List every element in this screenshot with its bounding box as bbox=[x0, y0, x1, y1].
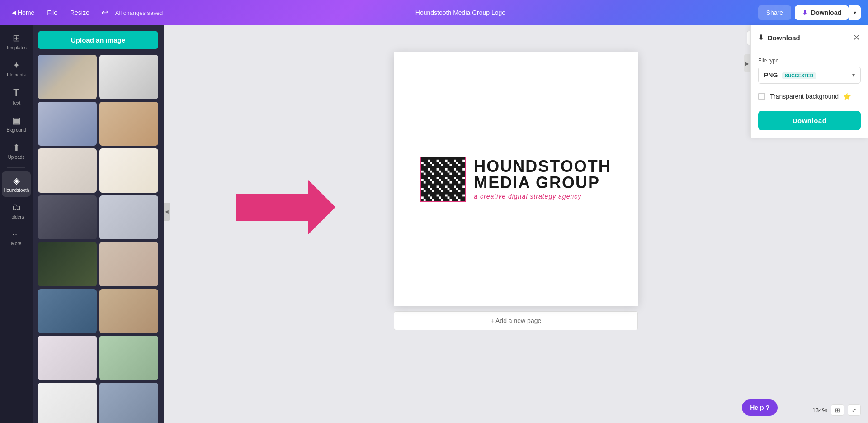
logo-line1: HOUNDSTOOTH bbox=[474, 158, 611, 175]
topbar-right: Share ⬇ Download ▾ bbox=[758, 5, 861, 20]
image-thumbnail-7[interactable] bbox=[38, 195, 97, 240]
file-button[interactable]: File bbox=[42, 6, 62, 19]
sidebar-item-more[interactable]: ··· More bbox=[2, 225, 31, 250]
help-label: Help ? bbox=[750, 404, 769, 411]
upload-button-label: Upload an image bbox=[71, 36, 125, 44]
upload-panel: Upload an image bbox=[33, 25, 164, 423]
templates-icon: ⊞ bbox=[13, 33, 20, 43]
panel-collapse-tab[interactable]: ▶ bbox=[744, 54, 750, 72]
logo-main-text: HOUNDSTOOTH MEDIA GROUP bbox=[474, 158, 611, 191]
download-dropdown-button[interactable]: ▾ bbox=[849, 5, 861, 20]
topbar: ◀ Home File Resize ↩ All changes saved H… bbox=[0, 0, 868, 25]
close-icon: ✕ bbox=[853, 33, 860, 42]
download-button-group: ⬇ Download ▾ bbox=[795, 5, 861, 20]
sidebar-item-houndstooth[interactable]: ◈ Houndstooth bbox=[2, 171, 31, 197]
panel-collapse-handle[interactable]: ◀ bbox=[164, 203, 170, 221]
grid-icon: ⊞ bbox=[835, 407, 840, 413]
decorative-arrow bbox=[236, 180, 335, 236]
sidebar-item-folders[interactable]: 🗂 Folders bbox=[2, 199, 31, 223]
transparent-background-row: Transparent background ⭐ bbox=[758, 91, 861, 102]
download-panel-body: File type PNG SUGGESTED ▾ Transparent ba… bbox=[751, 50, 868, 138]
share-button[interactable]: Share bbox=[758, 5, 791, 20]
expand-icon: ⤢ bbox=[852, 407, 857, 413]
download-panel-title-text: Download bbox=[768, 34, 800, 42]
resize-button[interactable]: Resize bbox=[66, 6, 94, 19]
image-thumbnail-11[interactable] bbox=[38, 289, 97, 333]
sidebar-item-background[interactable]: ▣ Bkground bbox=[2, 111, 31, 137]
sidebar: ⊞ Templates ✦ Elements T Text ▣ Bkground… bbox=[0, 25, 33, 423]
image-thumbnail-2[interactable] bbox=[99, 55, 158, 99]
download-panel-title-icon: ⬇ bbox=[758, 33, 764, 42]
image-thumbnail-9[interactable] bbox=[38, 242, 97, 286]
home-button[interactable]: ◀ Home bbox=[7, 6, 39, 19]
templates-label: Templates bbox=[6, 45, 27, 51]
uploads-icon: ⬆ bbox=[13, 142, 20, 153]
image-thumbnail-1[interactable] bbox=[38, 55, 97, 99]
image-thumbnail-12[interactable] bbox=[99, 289, 158, 333]
zoom-bar: 134% ⊞ ⤢ bbox=[812, 404, 861, 416]
premium-crown-icon: ⭐ bbox=[843, 93, 851, 100]
image-thumbnail-5[interactable] bbox=[38, 148, 97, 193]
topbar-left: ◀ Home File Resize ↩ All changes saved bbox=[7, 6, 163, 19]
download-dropdown-icon: ▾ bbox=[854, 10, 856, 16]
dropdown-arrow-icon: ▾ bbox=[852, 72, 855, 78]
text-icon: T bbox=[13, 87, 19, 99]
save-status: All changes saved bbox=[115, 10, 163, 16]
transparent-background-checkbox[interactable] bbox=[758, 93, 765, 100]
sidebar-item-text[interactable]: T Text bbox=[2, 83, 31, 109]
transparent-background-label: Transparent background bbox=[770, 93, 839, 100]
sidebar-item-elements[interactable]: ✦ Elements bbox=[2, 56, 31, 81]
file-type-selector[interactable]: PNG SUGGESTED ▾ bbox=[758, 67, 861, 84]
canvas-page: HOUNDSTOOTH MEDIA GROUP a creative digit… bbox=[394, 52, 638, 306]
image-grid bbox=[38, 55, 158, 423]
zoom-level: 134% bbox=[812, 407, 827, 413]
sidebar-item-uploads[interactable]: ⬆ Uploads bbox=[2, 138, 31, 164]
file-type-label: File type bbox=[758, 57, 861, 64]
image-thumbnail-10[interactable] bbox=[99, 242, 158, 286]
image-thumbnail-16[interactable] bbox=[99, 383, 158, 423]
resize-label: Resize bbox=[70, 9, 90, 16]
image-thumbnail-6[interactable] bbox=[99, 148, 158, 193]
download-action-label: Download bbox=[793, 117, 827, 124]
image-thumbnail-13[interactable] bbox=[38, 336, 97, 380]
logo-tagline: a creative digital strategy agency bbox=[474, 193, 611, 200]
home-label: Home bbox=[18, 9, 34, 16]
image-thumbnail-15[interactable] bbox=[38, 383, 97, 423]
download-action-button[interactable]: Download bbox=[758, 111, 861, 130]
fullscreen-button[interactable]: ⤢ bbox=[848, 404, 861, 416]
image-thumbnail-14[interactable] bbox=[99, 336, 158, 380]
download-panel: ⬇ Download ✕ File type PNG SUGGESTED ▾ T… bbox=[750, 25, 868, 138]
add-page-label: + Add a new page bbox=[491, 317, 542, 324]
help-button[interactable]: Help ? bbox=[742, 399, 778, 416]
download-main-button[interactable]: ⬇ Download bbox=[795, 5, 849, 20]
download-panel-header: ⬇ Download ✕ bbox=[751, 25, 868, 50]
share-label: Share bbox=[766, 9, 783, 16]
download-panel-title: ⬇ Download bbox=[758, 33, 800, 42]
houndstooth-pattern-box bbox=[420, 157, 466, 202]
more-icon: ··· bbox=[12, 229, 21, 239]
file-type-value: PNG SUGGESTED bbox=[764, 71, 816, 79]
houndstooth-label: Houndstooth bbox=[4, 188, 29, 193]
sidebar-item-templates[interactable]: ⊞ Templates bbox=[2, 29, 31, 54]
sidebar-divider bbox=[7, 167, 25, 168]
document-title: Houndstooth Media Group Logo bbox=[168, 9, 753, 16]
add-new-page-button[interactable]: + Add a new page bbox=[394, 311, 638, 330]
text-label: Text bbox=[12, 100, 20, 106]
svg-marker-0 bbox=[236, 180, 335, 234]
background-label: Bkground bbox=[7, 128, 26, 133]
logo-line2: MEDIA GROUP bbox=[474, 175, 611, 191]
image-thumbnail-8[interactable] bbox=[99, 195, 158, 240]
logo-text-block: HOUNDSTOOTH MEDIA GROUP a creative digit… bbox=[474, 158, 611, 200]
svg-rect-6 bbox=[421, 157, 465, 201]
suggested-badge: SUGGESTED bbox=[782, 72, 816, 79]
image-thumbnail-3[interactable] bbox=[38, 102, 97, 146]
undo-icon: ↩ bbox=[101, 8, 108, 17]
folders-icon: 🗂 bbox=[12, 202, 21, 213]
png-label: PNG bbox=[764, 71, 778, 79]
panel-close-button[interactable]: ✕ bbox=[852, 32, 861, 43]
grid-view-button[interactable]: ⊞ bbox=[831, 404, 844, 416]
image-thumbnail-4[interactable] bbox=[99, 102, 158, 146]
upload-image-button[interactable]: Upload an image bbox=[38, 31, 158, 49]
undo-button[interactable]: ↩ bbox=[98, 6, 112, 19]
uploads-label: Uploads bbox=[8, 155, 25, 160]
